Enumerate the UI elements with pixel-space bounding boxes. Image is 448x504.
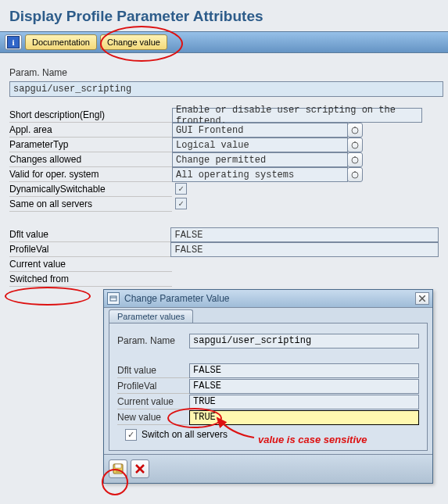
changes-allowed-text: Change permitted — [176, 155, 266, 166]
dlg-dflt-label: Dflt value — [117, 363, 189, 378]
current-label: Current value — [9, 257, 172, 272]
dialog-titlebar[interactable]: Change Parameter Value — [104, 290, 432, 308]
profile-label: ProfileVal — [9, 242, 170, 257]
change-value-button[interactable]: Change value — [100, 34, 167, 50]
svg-rect-3 — [354, 141, 355, 143]
dialog-footer — [104, 454, 432, 483]
dflt-value: FALSE — [170, 227, 439, 242]
same-servers-checkbox[interactable]: ✓ — [175, 198, 187, 209]
valid-os-text: All operating systems — [176, 170, 294, 181]
dlg-param-name-value: sapgui/user_scripting — [189, 334, 419, 349]
documentation-button[interactable]: Documentation — [25, 34, 97, 50]
close-icon — [419, 295, 425, 302]
changes-allowed-label: Changes allowed — [9, 152, 172, 167]
dyn-switch-label: DynamicallySwitchable — [9, 182, 172, 197]
svg-rect-1 — [354, 127, 355, 128]
value-help-button[interactable] — [347, 138, 363, 152]
save-button[interactable] — [109, 459, 127, 478]
svg-rect-14 — [116, 470, 120, 474]
svg-rect-13 — [115, 464, 121, 468]
annotation-current-value-circle — [5, 287, 91, 306]
info-icon: i — [7, 36, 20, 48]
dialog-icon — [107, 292, 120, 305]
svg-point-2 — [352, 142, 358, 148]
svg-point-6 — [352, 172, 358, 178]
short-desc-value: Enable or disable user scripting on the … — [172, 108, 422, 123]
switch-all-label: Switch on all servers — [142, 429, 228, 440]
same-servers-value: ✓ — [172, 197, 346, 210]
save-icon — [113, 463, 124, 474]
dlg-current-label: Current value — [117, 394, 189, 409]
dlg-new-label: New value — [117, 409, 189, 425]
appl-area-label: Appl. area — [9, 123, 172, 138]
switch-all-checkbox[interactable]: ✓ — [125, 429, 137, 441]
dflt-label: Dflt value — [9, 227, 170, 242]
dialog-title-text: Change Parameter Value — [124, 293, 415, 304]
svg-rect-5 — [354, 156, 355, 158]
page-title: Display Profile Parameter Attributes — [0, 0, 448, 31]
cancel-icon — [135, 464, 145, 474]
valid-os-value: All operating systems — [172, 167, 348, 182]
svg-point-4 — [352, 157, 358, 163]
dlg-dflt-value: FALSE — [189, 363, 419, 378]
param-typ-value: Logical value — [172, 138, 348, 152]
svg-rect-7 — [354, 171, 355, 173]
same-servers-label: Same on all servers — [9, 197, 172, 212]
tab-parameter-values[interactable]: Parameter values — [109, 309, 193, 323]
changes-allowed-value: Change permitted — [172, 152, 348, 167]
param-typ-label: ParameterTyp — [9, 138, 172, 152]
valid-os-label: Valid for oper. system — [9, 167, 172, 182]
svg-rect-8 — [110, 296, 116, 301]
toolbar: i Documentation Change value — [0, 31, 448, 53]
dlg-param-name-label: Param. Name — [117, 334, 189, 349]
dialog-content: Param. Name sapgui/user_scripting Dflt v… — [109, 323, 428, 451]
dlg-profile-value: FALSE — [189, 379, 419, 394]
value-help-button[interactable] — [347, 167, 363, 182]
dlg-profile-label: ProfileVal — [117, 378, 189, 394]
param-typ-text: Logical value — [176, 140, 249, 151]
appl-area-text: GUI Frontend — [176, 125, 243, 136]
short-desc-label: Short description(Engl) — [9, 108, 172, 123]
appl-area-value: GUI Frontend — [172, 123, 348, 138]
change-param-dialog: Change Parameter Value Parameter values … — [103, 289, 433, 484]
dyn-switch-value: ✓ — [172, 182, 346, 195]
profile-value: FALSE — [170, 242, 439, 257]
dyn-switch-checkbox[interactable]: ✓ — [175, 183, 187, 195]
cancel-button[interactable] — [131, 459, 149, 478]
param-name-label: Param. Name — [9, 67, 439, 78]
value-help-button[interactable] — [347, 123, 363, 138]
dlg-current-value: TRUE — [189, 395, 419, 409]
param-name-value: sapgui/user_scripting — [9, 81, 443, 97]
svg-point-0 — [352, 127, 358, 134]
dialog-close-button[interactable] — [415, 292, 429, 305]
dlg-new-value-input[interactable]: TRUE — [189, 410, 419, 425]
switched-label: Switched from — [9, 272, 172, 287]
value-help-button[interactable] — [347, 152, 363, 167]
info-button[interactable]: i — [5, 34, 22, 50]
